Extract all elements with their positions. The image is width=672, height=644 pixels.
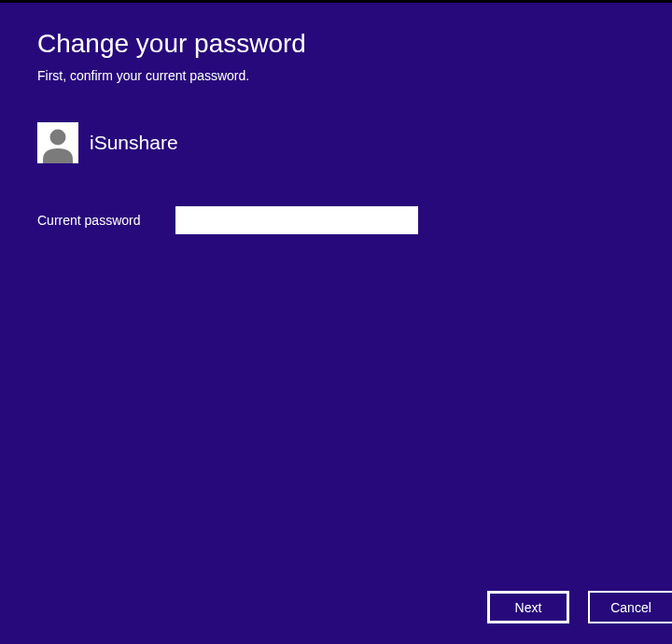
current-password-input[interactable] bbox=[175, 206, 418, 234]
svg-point-1 bbox=[50, 130, 66, 146]
user-info-row: iSunshare bbox=[37, 122, 672, 163]
user-avatar bbox=[37, 122, 78, 163]
cancel-button[interactable]: Cancel bbox=[588, 591, 672, 623]
person-icon bbox=[37, 122, 78, 163]
main-content: Change your password First, confirm your… bbox=[0, 3, 672, 234]
page-title: Change your password bbox=[37, 29, 672, 59]
username-label: iSunshare bbox=[90, 132, 178, 154]
current-password-label: Current password bbox=[37, 213, 175, 228]
current-password-row: Current password bbox=[37, 206, 672, 234]
page-subtitle: First, confirm your current password. bbox=[37, 68, 672, 83]
next-button[interactable]: Next bbox=[487, 591, 569, 623]
action-button-row: Next Cancel bbox=[487, 591, 672, 623]
